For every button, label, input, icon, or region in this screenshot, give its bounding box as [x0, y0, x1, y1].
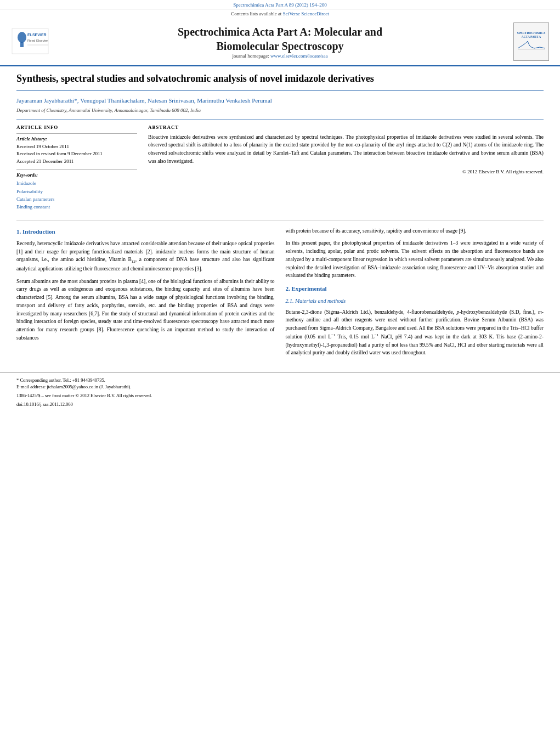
received-date: Received 19 October 2011	[16, 143, 137, 151]
author-names: Jayaraman Jayabharathi*, Venugopal Thani…	[16, 97, 272, 104]
journal-title: Spectrochimica Acta Part A: Molecular an…	[55, 25, 505, 53]
journal-title-area: Spectrochimica Acta Part A: Molecular an…	[55, 25, 505, 59]
logo-title: SPECTROCHIMICAACTA PART A	[517, 31, 546, 38]
keywords-box: Keywords: Imidazole Polarisability Catal…	[16, 169, 137, 211]
article-info-col: ARTICLE INFO Article history: Received 1…	[16, 125, 137, 211]
abstract-col: ABSTRACT Bioactive imidazole derivatives…	[148, 125, 544, 211]
issn-line: 1386-1425/$ – see front matter © 2012 El…	[16, 393, 544, 398]
spectrum-icon	[518, 38, 545, 52]
intro-para1: Recently, heterocyclic imidazole derivat…	[16, 240, 275, 273]
body-section: 1. Introduction Recently, heterocyclic i…	[16, 220, 544, 361]
article-footer: * Corresponding author. Tel.: +91 944394…	[0, 372, 560, 409]
body-col-right: with protein because of its accuracy, se…	[286, 227, 544, 361]
intro-para3: with protein because of its accuracy, se…	[286, 227, 544, 235]
svg-rect-2	[20, 42, 24, 47]
section2-1-title: 2.1. Materials and methods	[286, 297, 544, 306]
journal-citation: Spectrochimica Acta Part A 89 (2012) 194…	[233, 2, 326, 8]
sciverse-link[interactable]: SciVerse ScienceDirect	[283, 11, 329, 16]
svg-text:ELSEVIER: ELSEVIER	[27, 33, 47, 37]
section2-title: 2. Experimental	[286, 284, 544, 293]
page: Spectrochimica Acta Part A 89 (2012) 194…	[0, 0, 560, 741]
journal-homepage: journal homepage: www.elsevier.com/locat…	[55, 53, 505, 59]
intro-para4: In this present paper, the photophysical…	[286, 239, 544, 280]
accepted-date: Accepted 21 December 2011	[16, 158, 137, 166]
article-title: Synthesis, spectral studies and solvatoc…	[16, 72, 544, 90]
intro-para2: Serum albumins are the most abundant pro…	[16, 278, 275, 342]
article-meta-section: ARTICLE INFO Article history: Received 1…	[16, 120, 544, 211]
keywords-label: Keywords:	[16, 172, 137, 178]
contents-label: Contents lists available at	[231, 11, 281, 16]
abstract-heading: ABSTRACT	[148, 125, 544, 130]
keyword-binding: Binding constant	[16, 203, 137, 211]
svg-text:Reed Elsevier: Reed Elsevier	[27, 39, 48, 42]
article-content: Synthesis, spectral studies and solvatoc…	[0, 66, 560, 372]
section1-title: 1. Introduction	[16, 227, 275, 236]
elsevier-logo-area: ELSEVIER Reed Elsevier	[11, 27, 55, 56]
keyword-polarisability: Polarisability	[16, 188, 137, 195]
journal-logo-box: SPECTROCHIMICAACTA PART A	[513, 22, 549, 61]
revised-date: Received in revised form 9 December 2011	[16, 150, 137, 158]
keyword-imidazole: Imidazole	[16, 179, 137, 187]
contents-bar: Contents lists available at SciVerse Sci…	[0, 9, 560, 18]
corresponding-note: * Corresponding author. Tel.: +91 944394…	[16, 377, 544, 383]
email-note: E-mail address: jtchalam2005@yahoo.co.in…	[16, 384, 544, 389]
journal-header: ELSEVIER Reed Elsevier Spectrochimica Ac…	[0, 18, 560, 66]
experimental-para1: Butane-2,3-dione (Sigma–Aldrich Ltd.), b…	[286, 308, 544, 357]
copyright-line: © 2012 Elsevier B.V. All rights reserved…	[148, 169, 544, 174]
journal-logo-area: SPECTROCHIMICAACTA PART A	[505, 22, 549, 61]
article-history: Article history: Received 19 October 201…	[16, 133, 137, 166]
authors: Jayaraman Jayabharathi*, Venugopal Thani…	[16, 96, 544, 105]
svg-point-1	[18, 32, 26, 43]
affiliation: Department of Chemistry, Annamalai Unive…	[16, 108, 544, 113]
doi-line: doi:10.1016/j.saa.2011.12.060	[16, 401, 544, 407]
body-col-left: 1. Introduction Recently, heterocyclic i…	[16, 227, 275, 361]
keyword-catalan: Catalan parameters	[16, 195, 137, 203]
homepage-url[interactable]: www.elsevier.com/locate/saa	[270, 53, 327, 59]
history-label: Article history:	[16, 136, 137, 142]
journal-top-bar: Spectrochimica Acta Part A 89 (2012) 194…	[0, 0, 560, 9]
abstract-text: Bioactive imidazole derivatives were syn…	[148, 133, 544, 166]
elsevier-logo-icon: ELSEVIER Reed Elsevier	[11, 27, 49, 55]
article-info-heading: ARTICLE INFO	[16, 125, 137, 130]
